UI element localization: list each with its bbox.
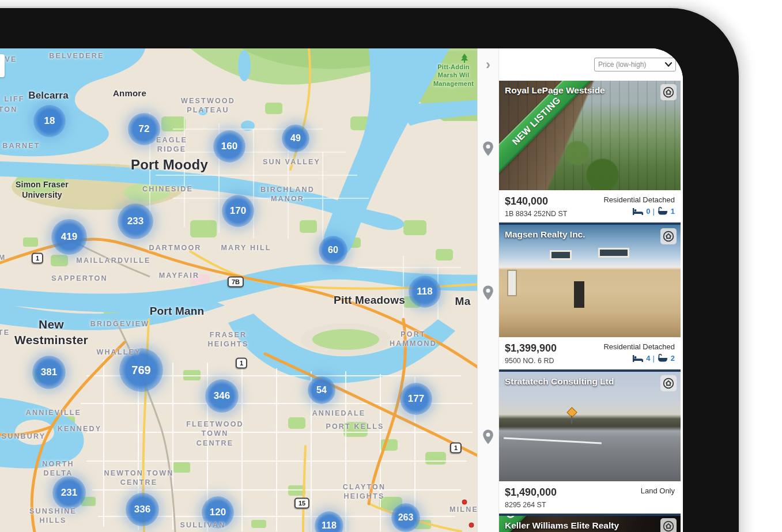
listing-agency: Magsen Realty Inc.: [505, 229, 585, 240]
map-label: DARTMOOR: [149, 243, 201, 252]
map-label: Anmore: [113, 88, 146, 99]
home-icon: [663, 520, 674, 532]
listing-photo[interactable]: Keller Williams Elite Realty: [499, 516, 681, 532]
page: 1872160492334191706011838176934654177231…: [0, 0, 782, 532]
listing-dot[interactable]: [462, 500, 467, 505]
map-label: SUNBURY: [2, 432, 46, 441]
listing-type: Residential Detached: [603, 195, 675, 204]
chevron-down-icon: [665, 62, 672, 67]
highway-shield: 15: [294, 498, 309, 509]
map-label: WESTWOOD PLATEAU: [181, 96, 235, 115]
map-label: BIRCHLAND MANOR: [260, 185, 315, 204]
map-pin-icon[interactable]: [482, 429, 494, 447]
listing-photo[interactable]: Stratatech Consulting Ltd: [499, 372, 681, 481]
listings-panel: Price (low-high) NEW LISTING Royal LePag…: [499, 48, 683, 532]
map-label: Belcarra: [28, 89, 69, 102]
map-cluster[interactable]: 18: [33, 105, 66, 137]
listing-card[interactable]: Magsen Realty Inc. $1,399,900 9500 NO. 6…: [499, 225, 681, 372]
tree-icon: [460, 54, 469, 63]
map-label: ANNIEVILLE: [26, 408, 81, 417]
photo-sign-post: [571, 416, 572, 424]
map-cluster[interactable]: 160: [213, 130, 245, 163]
map-label: CHINESIDE: [142, 184, 193, 194]
map-cluster[interactable]: 54: [308, 376, 335, 404]
virtual-tour-button[interactable]: [660, 375, 677, 391]
virtual-tour-button[interactable]: [660, 228, 677, 244]
listing-agency: Keller Williams Elite Realty: [505, 520, 619, 531]
map-pin-icon[interactable]: [482, 285, 494, 303]
listing-stats: 0 | 1: [603, 207, 675, 216]
listing-card[interactable]: Stratatech Consulting Ltd $1,490,000 829…: [499, 372, 681, 516]
map-cluster[interactable]: 233: [118, 203, 153, 239]
map-label: NEWTON TOWN CENTRE: [104, 469, 174, 488]
highway-shield: 1: [236, 358, 247, 369]
map-label: PORT KELLS: [326, 422, 384, 431]
home-icon: [663, 378, 674, 389]
listing-card[interactable]: NEW LISTING Royal LePage Westside $140,0…: [499, 81, 681, 225]
highway-shield: 7B: [228, 277, 244, 288]
map-label: SUN VALLEY: [263, 157, 320, 167]
map-label: Pitt-Addin Marsh Wil Management: [433, 63, 474, 88]
bed-count: 0: [646, 207, 650, 216]
map-cluster[interactable]: 118: [409, 276, 441, 308]
stat-separator: |: [652, 207, 654, 216]
map-label: EAGLE RIDGE: [156, 135, 187, 154]
map-cluster[interactable]: 263: [391, 503, 420, 532]
listing-agency: Royal LePage Westside: [505, 85, 605, 96]
bath-icon: [657, 207, 668, 216]
listing-photo[interactable]: NEW LISTING Royal LePage Westside: [499, 81, 681, 190]
listing-info: $1,399,900 9500 NO. 6 RD Residential Det…: [499, 337, 681, 369]
listing-address: 9500 NO. 6 RD: [505, 357, 557, 365]
map-cluster[interactable]: 381: [32, 356, 66, 389]
bath-count: 2: [671, 354, 675, 363]
map-cluster[interactable]: 231: [52, 476, 86, 510]
map-cluster[interactable]: 177: [400, 383, 432, 415]
map-label: FRASER HEIGHTS: [208, 330, 249, 349]
map-label: Simon Fraser University: [16, 179, 69, 200]
home-icon: [663, 86, 674, 98]
map-cluster[interactable]: 336: [126, 493, 159, 526]
map-label: KENNEDY: [58, 424, 102, 433]
app-screen: 1872160492334191706011838176934654177231…: [0, 48, 683, 532]
map-cluster[interactable]: 72: [128, 113, 160, 145]
collapse-chevron-icon[interactable]: ›: [486, 56, 490, 73]
map-label: TE: [0, 328, 10, 337]
map-label: TON: [0, 105, 17, 114]
listing-dot[interactable]: [469, 523, 474, 528]
map-label: FLEETWOOD TOWN CENTRE: [186, 420, 244, 448]
map-cluster[interactable]: 118: [315, 511, 343, 532]
virtual-tour-button[interactable]: [660, 518, 677, 532]
map-label: BRIDGEVIEW: [90, 319, 150, 329]
listing-price: $140,000: [505, 195, 567, 207]
map-label: MAILLARDVILLE: [76, 256, 150, 265]
map-zoom-control-partial[interactable]: [0, 54, 5, 77]
map-cluster[interactable]: 49: [282, 124, 309, 152]
map-cluster[interactable]: 60: [319, 236, 347, 265]
map-cluster[interactable]: 769: [119, 348, 163, 392]
map-pin-icon[interactable]: [482, 141, 494, 159]
listing-price: $1,490,000: [505, 486, 557, 499]
listing-info: $140,000 1B 8834 252ND ST Residential De…: [499, 190, 681, 222]
bed-count: 4: [646, 354, 650, 363]
sort-row: Price (low-high): [499, 48, 683, 81]
map-cluster[interactable]: 346: [205, 379, 239, 413]
highway-shield: 1: [450, 443, 462, 454]
stat-separator: |: [652, 354, 654, 363]
listing-card[interactable]: Keller Williams Elite Realty: [499, 516, 681, 532]
map-label: MARY HILL: [221, 243, 271, 252]
map-label: ANNIEDALE: [312, 409, 366, 418]
sidebar-divider-strip: ›: [477, 48, 499, 532]
virtual-tour-button[interactable]: [660, 84, 677, 100]
map-cluster[interactable]: 419: [51, 219, 87, 255]
map-cluster[interactable]: 120: [202, 496, 234, 529]
map-label: NORTH DELTA: [42, 459, 74, 478]
map-label: Port Moody: [131, 156, 208, 173]
listing-photo[interactable]: Magsen Realty Inc.: [499, 225, 681, 337]
sort-dropdown[interactable]: Price (low-high): [594, 58, 676, 71]
ribbon-label: NEW LISTING: [511, 95, 563, 148]
photo-window: [550, 250, 572, 260]
map-cluster[interactable]: 170: [222, 195, 254, 227]
map-label: CLAYTON HEIGHTS: [343, 482, 386, 501]
bath-icon: [657, 354, 668, 363]
photo-door: [574, 281, 584, 308]
